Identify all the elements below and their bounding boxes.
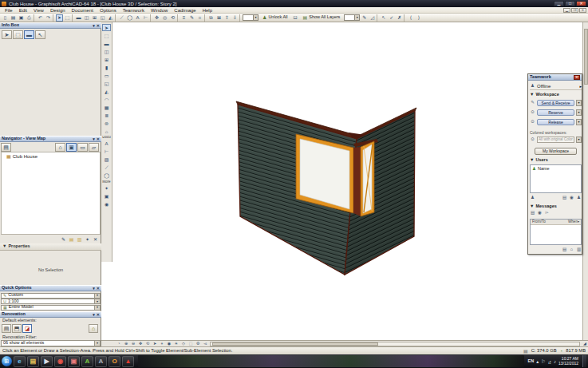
navigator-tree[interactable]: ▦ Club House <box>1 152 101 235</box>
internet-explorer-icon[interactable]: e <box>14 356 26 367</box>
mdi-close-button[interactable]: ✕ <box>579 8 586 13</box>
sun-icon[interactable]: ☀ <box>173 341 180 346</box>
dropdown-icon[interactable]: ▾ <box>94 299 100 303</box>
msg-home-icon[interactable]: ⌂ <box>569 247 574 252</box>
scale-combo[interactable]: ⊔ 1:100 ▾ <box>1 299 101 304</box>
group-icon[interactable]: ⧉ <box>207 14 215 22</box>
close-icon[interactable]: ✕ <box>97 287 100 291</box>
close-button[interactable]: ✕ <box>576 1 586 6</box>
renovation-header[interactable]: Renovation ▾✕ <box>0 311 101 318</box>
renovation-filter-combo[interactable]: 06 show all elements ▾ <box>1 340 101 346</box>
dropdown-icon[interactable]: ▾ <box>94 294 100 298</box>
tree-item-club-house[interactable]: ▦ Club House <box>2 152 100 159</box>
archicad-icon[interactable]: A <box>81 356 93 367</box>
infobox-wall-icon[interactable]: ▬ <box>24 30 34 39</box>
toolbox-hotspot-icon[interactable]: ✦ <box>102 184 111 192</box>
menu-document[interactable]: Document <box>69 8 97 13</box>
toolbox-slab-icon[interactable]: ◱ <box>102 80 111 87</box>
home-icon[interactable]: ⌂ <box>55 143 65 152</box>
show-desktop-button[interactable] <box>582 355 586 367</box>
3d-model[interactable] <box>101 22 588 340</box>
check-icon[interactable]: ✓ <box>388 14 395 22</box>
taskbar-clock[interactable]: 10:27 AM 13/12/2012 <box>558 357 580 366</box>
flag-icon[interactable]: ⚐ <box>541 359 545 364</box>
combo-dropdown-icon[interactable]: ▾ <box>253 15 258 20</box>
demolished-elements-icon[interactable]: ⬒ <box>12 324 22 333</box>
menu-options[interactable]: Options <box>97 8 120 13</box>
menu-design[interactable]: Design <box>47 8 69 13</box>
close-icon[interactable]: ✕ <box>97 313 100 317</box>
toolbox-fill-icon[interactable]: ▨ <box>102 156 111 164</box>
menu-edit[interactable]: Edit <box>16 8 30 13</box>
unlock-all-button[interactable]: ♟ Unlock All <box>259 14 291 22</box>
sort-icon[interactable]: ▾ <box>578 220 579 224</box>
zoom-out-icon[interactable]: ⊖ <box>130 341 136 346</box>
menu-cadimage[interactable]: Cadimage <box>171 8 199 13</box>
arrow-tool-icon[interactable]: ➤ <box>56 14 63 22</box>
toolbox-stair-icon[interactable]: ≣ <box>102 112 111 119</box>
axono-icon[interactable]: ⬚ <box>187 341 194 346</box>
users-list[interactable]: ♟ Name <box>530 164 582 193</box>
viewmap-icon[interactable]: ▣ <box>66 143 77 152</box>
start-button[interactable]: ⊞ <box>2 356 12 366</box>
prop-settings-icon[interactable]: ✎ <box>60 235 67 243</box>
lock-icon[interactable]: ⊠ <box>215 14 223 22</box>
renovation-options-icon[interactable]: ⌂ <box>89 324 98 333</box>
layer-combination-combo[interactable]: ✎ Custom ▾ <box>1 293 101 299</box>
dropdown-icon[interactable]: ▾ <box>576 109 582 116</box>
new-icon[interactable]: ▯ <box>2 14 9 22</box>
structure-display-combo[interactable]: ▦ Entire Model ▾ <box>1 305 101 311</box>
show-all-layers-button[interactable]: ▤ Show All Layers <box>300 14 344 22</box>
quick-options-header[interactable]: Quick Options ▾✕ <box>0 285 101 291</box>
msg-panel-icon[interactable]: ▥ <box>576 247 582 252</box>
next-icon[interactable]: ⟩ <box>415 14 422 22</box>
explore-icon[interactable]: ➤ <box>152 341 158 346</box>
send-back-icon[interactable]: ⇩ <box>231 14 239 22</box>
hidden-icons-icon[interactable]: ▴ <box>536 359 539 364</box>
menu-view[interactable]: View <box>30 8 47 13</box>
close-icon[interactable]: ✕ <box>97 137 100 141</box>
teamwork-header[interactable]: Teamwork ✕ <box>528 74 582 81</box>
chrome-icon[interactable]: ◉ <box>54 356 66 367</box>
layers-icon[interactable]: ≡ <box>180 14 187 22</box>
grid-icon[interactable]: ⌗ <box>196 14 203 22</box>
toolbox-object-icon[interactable]: ⊚ <box>102 120 111 127</box>
my-workspace-button[interactable]: My Workspace <box>535 148 577 155</box>
toolbox-door-icon[interactable]: ◫ <box>102 48 111 55</box>
corner-post[interactable] <box>353 147 361 216</box>
close-icon[interactable]: ✕ <box>97 24 100 28</box>
3d-view-canvas[interactable] <box>101 22 588 340</box>
toolbox-column-icon[interactable]: ▮ <box>102 64 111 71</box>
properties-section-header[interactable]: ▼ Properties <box>0 243 101 251</box>
expand-icon[interactable]: ▸ <box>579 85 582 89</box>
toolbox-mesh-icon[interactable]: ▦ <box>102 104 111 111</box>
wall-icon[interactable]: ▬ <box>75 14 82 22</box>
infobox-cursor-icon[interactable]: ↖ <box>35 30 45 39</box>
colored-workspaces-combo[interactable]: All with original Color <box>537 137 574 143</box>
toolbar-combo[interactable]: ▾ <box>243 14 258 21</box>
menu-file[interactable]: File <box>2 8 16 13</box>
reserve-button[interactable]: Reserve <box>537 109 574 116</box>
magnification-combo[interactable]: ▾ <box>344 14 360 21</box>
infobox-marquee-icon[interactable]: ⬚ <box>13 30 23 39</box>
lock-toggle-icon[interactable]: ⊡ <box>292 14 299 22</box>
toolbox-wall-icon[interactable]: ▬ <box>102 40 111 47</box>
dropdown-icon[interactable]: ▾ <box>94 341 100 346</box>
publisher-icon[interactable]: ▱ <box>89 143 99 152</box>
pens-icon[interactable]: ✎ <box>188 14 195 22</box>
door-icon[interactable]: ◫ <box>83 14 90 22</box>
mail-user-icon[interactable]: ▤ <box>562 196 567 200</box>
toolbox-window-icon[interactable]: ⊞ <box>102 56 111 63</box>
horizontal-scrollbar[interactable] <box>210 342 580 346</box>
eraser-icon[interactable]: ◿ <box>369 14 376 22</box>
look-to-icon[interactable]: ⌖ <box>159 341 165 346</box>
menu-window[interactable]: Window <box>148 8 171 13</box>
mdi-restore-button[interactable]: ❐ <box>571 8 578 13</box>
save-icon[interactable]: ▣ <box>18 14 25 22</box>
orbit-3d-icon[interactable]: ⟲ <box>144 341 151 346</box>
toolbox-beam-icon[interactable]: ▭ <box>102 72 111 79</box>
menu-teamwork[interactable]: Teamwork <box>120 8 148 13</box>
messages-list[interactable]: From/To When ▾ <box>530 219 582 245</box>
vertical-scrollbar[interactable] <box>582 22 588 340</box>
dropdown-icon[interactable]: ▾ <box>576 100 582 106</box>
